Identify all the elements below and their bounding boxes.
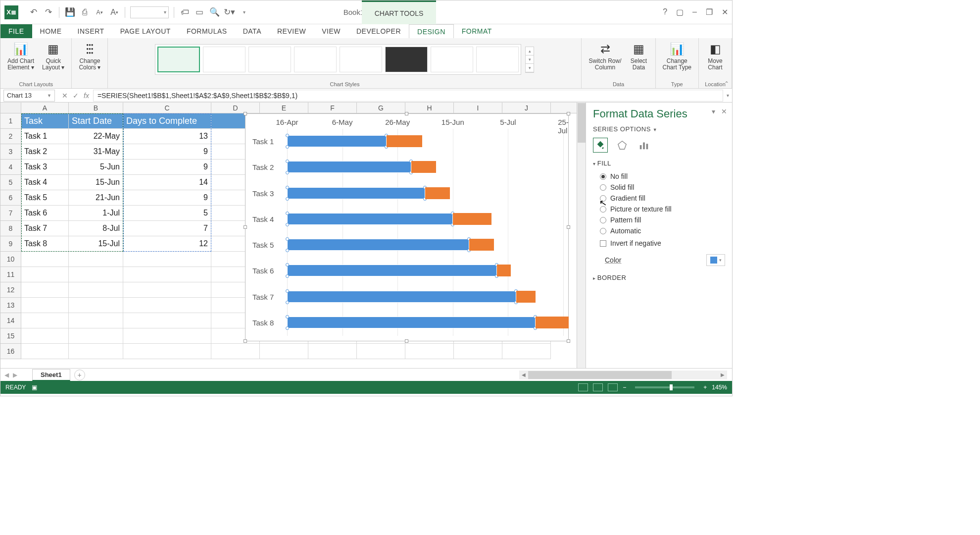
cell-B14[interactable] (69, 313, 123, 328)
qat-btn-4[interactable]: ↻▾ (222, 5, 237, 20)
tab-home[interactable]: HOME (32, 24, 70, 38)
cell-G16[interactable] (357, 344, 405, 359)
row-header[interactable]: 10 (0, 252, 21, 267)
insert-function-button[interactable]: fx (84, 92, 89, 100)
change-colors-button[interactable]: ●●●●●●●●● Change Colors ▾ (77, 40, 102, 72)
cell-B2[interactable]: 22-May (69, 129, 123, 144)
view-normal-button[interactable] (578, 383, 588, 391)
cell-B11[interactable] (69, 267, 123, 282)
cell-A7[interactable]: Task 6 (21, 206, 69, 221)
cell-C1[interactable]: Days to Complete (123, 113, 211, 129)
cell-A8[interactable]: Task 7 (21, 221, 69, 236)
cell-J16[interactable] (502, 344, 551, 359)
help-button[interactable]: ? (663, 7, 667, 17)
series-days-bar[interactable] (516, 291, 536, 303)
row-header[interactable]: 16 (0, 344, 21, 359)
quick-layout-button[interactable]: ▦ Quick Layout ▾ (40, 40, 66, 72)
cell-B3[interactable]: 31-May (69, 144, 123, 160)
font-dropdown[interactable]: ▾ (130, 6, 169, 18)
row-header[interactable]: 9 (0, 236, 21, 252)
series-days-bar[interactable] (411, 161, 436, 173)
cell-C7[interactable]: 5 (123, 206, 211, 221)
minimize-button[interactable]: – (692, 7, 697, 17)
close-button[interactable]: ✕ (722, 7, 728, 17)
worksheet-grid[interactable]: ABCDEFGHIJ 1TaskStart DateDays to Comple… (0, 103, 577, 368)
cell-B8[interactable]: 8-Jul (69, 221, 123, 236)
cell-B4[interactable]: 5-Jun (69, 160, 123, 175)
save-button[interactable]: 💾 (62, 5, 77, 20)
tab-file[interactable]: FILE (0, 24, 32, 38)
cell-B9[interactable]: 15-Jul (69, 236, 123, 252)
cell-A1[interactable]: Task (21, 113, 69, 129)
undo-button[interactable]: ↶ (26, 5, 41, 20)
name-box[interactable]: Chart 13▼ (3, 90, 55, 102)
cell-A14[interactable] (21, 313, 69, 328)
row-header[interactable]: 8 (0, 221, 21, 236)
cell-F16[interactable] (308, 344, 357, 359)
cell-A16[interactable] (21, 344, 69, 359)
border-group-header[interactable]: BORDER (593, 274, 725, 281)
fill-line-tab-icon[interactable] (593, 138, 608, 153)
column-header-A[interactable]: A (21, 103, 69, 113)
row-header[interactable]: 3 (0, 144, 21, 160)
cell-A2[interactable]: Task 1 (21, 129, 69, 144)
cell-B15[interactable] (69, 328, 123, 344)
switch-row-column-button[interactable]: ⇄ Switch Row/ Column (587, 40, 623, 72)
add-chart-element-button[interactable]: 📊 Add Chart Element ▾ (5, 40, 36, 72)
cell-C11[interactable] (123, 267, 211, 282)
sheet-nav-prev[interactable]: ◀ (4, 372, 9, 378)
fill-group-header[interactable]: FILL (593, 160, 725, 167)
row-header[interactable]: 4 (0, 160, 21, 175)
cell-B1[interactable]: Start Date (69, 113, 123, 129)
pane-options-icon[interactable]: ▾ (712, 107, 715, 115)
series-start-date-bar[interactable] (287, 213, 453, 225)
cell-B6[interactable]: 21-Jun (69, 190, 123, 206)
row-header[interactable]: 13 (0, 298, 21, 313)
fill-option-picture-or-texture-fill[interactable]: Picture or texture fill (593, 204, 725, 214)
series-options-tab-icon[interactable] (637, 138, 651, 153)
change-chart-type-button[interactable]: 📊 Change Chart Type (661, 40, 693, 72)
cell-C16[interactable] (123, 344, 211, 359)
embedded-chart[interactable]: 16-Apr6-May26-May15-Jun5-Jul25-JulTask 1… (245, 113, 569, 341)
qat-btn-2[interactable]: ▭ (192, 5, 207, 20)
tab-insert[interactable]: INSERT (70, 24, 112, 38)
chart-style-1[interactable] (157, 47, 200, 72)
series-start-date-bar[interactable] (287, 161, 411, 173)
row-header[interactable]: 12 (0, 282, 21, 298)
quickprint-button[interactable]: ⎙ (77, 5, 92, 20)
cell-C15[interactable] (123, 328, 211, 344)
column-header-E[interactable]: E (260, 103, 308, 113)
cell-C5[interactable]: 14 (123, 175, 211, 190)
cell-A4[interactable]: Task 3 (21, 160, 69, 175)
row-header[interactable]: 2 (0, 129, 21, 144)
cell-C6[interactable]: 9 (123, 190, 211, 206)
close-pane-button[interactable]: ✕ (721, 107, 727, 115)
cell-B13[interactable] (69, 298, 123, 313)
cell-A15[interactable] (21, 328, 69, 344)
series-start-date-bar[interactable] (287, 265, 497, 276)
series-start-date-bar[interactable] (287, 239, 469, 251)
series-start-date-bar[interactable] (287, 187, 425, 199)
series-start-date-bar[interactable] (287, 135, 387, 147)
cell-C9[interactable]: 12 (123, 236, 211, 252)
tab-data[interactable]: DATA (235, 24, 269, 38)
row-header[interactable]: 15 (0, 328, 21, 344)
fill-option-gradient-fill[interactable]: Gradient fill (593, 193, 725, 204)
row-header[interactable]: 1 (0, 113, 21, 129)
cell-A5[interactable]: Task 4 (21, 175, 69, 190)
sheet-nav-next[interactable]: ▶ (13, 372, 17, 378)
cell-C12[interactable] (123, 282, 211, 298)
cell-C2[interactable]: 13 (123, 129, 211, 144)
series-days-bar[interactable] (387, 135, 423, 147)
chart-plot-area[interactable]: 16-Apr6-May26-May15-Jun5-Jul25-JulTask 1… (287, 129, 563, 336)
series-options-dropdown[interactable]: SERIES OPTIONS▼ (593, 125, 725, 133)
zoom-in-button[interactable]: + (703, 384, 707, 391)
series-start-date-bar[interactable] (287, 317, 536, 328)
cell-A11[interactable] (21, 267, 69, 282)
cell-B5[interactable]: 15-Jun (69, 175, 123, 190)
font-size-down[interactable]: A▾ (92, 5, 107, 20)
chart-style-2[interactable] (203, 47, 245, 72)
collapse-ribbon-button[interactable]: ⌃ (724, 80, 729, 87)
tab-view[interactable]: VIEW (314, 24, 348, 38)
row-header[interactable]: 14 (0, 313, 21, 328)
